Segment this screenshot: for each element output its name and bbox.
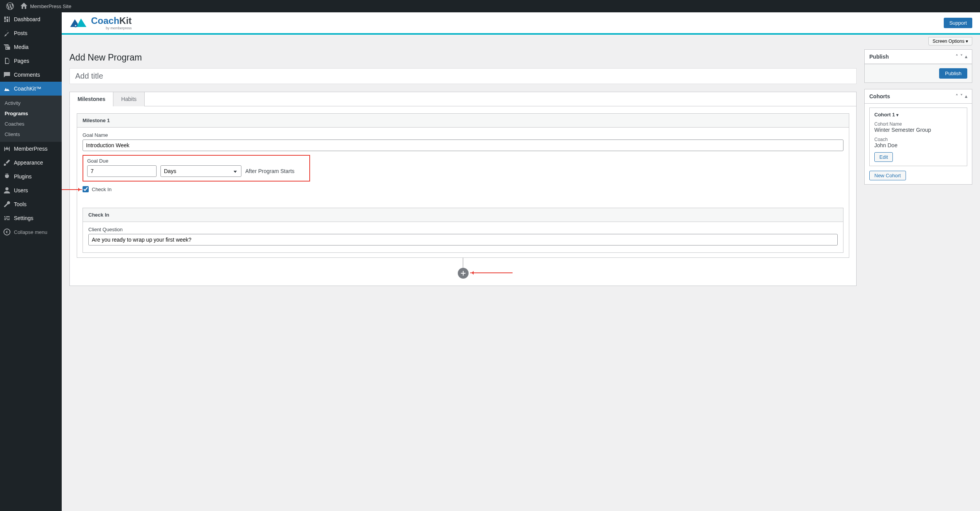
checkin-checkbox[interactable] bbox=[83, 186, 89, 192]
dashboard-icon bbox=[3, 15, 11, 23]
menu-media[interactable]: Media bbox=[0, 40, 62, 54]
metabox-up-icon[interactable]: ˄ bbox=[956, 54, 958, 59]
goal-due-highlight: Goal Due Days After Program Starts bbox=[83, 155, 310, 182]
plugin-topbar: CoachKit by memberpress Support bbox=[62, 12, 980, 35]
admin-sidebar: Dashboard Posts Media Pages Comments Coa… bbox=[0, 12, 62, 511]
page-title: Add New Program bbox=[69, 52, 857, 63]
publish-title: Publish bbox=[869, 54, 889, 60]
coach-value: John Doe bbox=[874, 142, 962, 148]
comment-icon bbox=[3, 71, 11, 79]
mountain-icon bbox=[3, 85, 11, 92]
goal-due-label: Goal Due bbox=[87, 158, 157, 164]
logo-text: CoachKit bbox=[91, 15, 132, 26]
menu-pages[interactable]: Pages bbox=[0, 54, 62, 68]
milestone-header: Milestone 1 bbox=[77, 114, 849, 128]
metabox-down-icon[interactable]: ˅ bbox=[960, 54, 963, 59]
checkin-checkbox-label: Check In bbox=[92, 187, 111, 192]
cohorts-title: Cohorts bbox=[869, 93, 890, 99]
menu-memberpress[interactable]: MemberPress bbox=[0, 142, 62, 156]
sliders-icon bbox=[3, 214, 11, 222]
cohort-card: Cohort 1 Cohort Name Winter Semester Gro… bbox=[869, 108, 967, 166]
coachkit-logo: CoachKit by memberpress bbox=[69, 15, 132, 30]
publish-metabox: Publish ˄ ˅ ▴ Publish bbox=[864, 49, 972, 83]
cohort-card-header[interactable]: Cohort 1 bbox=[874, 112, 962, 118]
site-home-link[interactable]: MemberPress Site bbox=[17, 0, 74, 12]
media-icon bbox=[3, 43, 11, 51]
collapse-icon bbox=[3, 228, 11, 236]
menu-users[interactable]: Users bbox=[0, 183, 62, 197]
menu-plugins[interactable]: Plugins bbox=[0, 170, 62, 183]
metabox-up-icon[interactable]: ˄ bbox=[956, 94, 958, 99]
plug-icon bbox=[3, 173, 11, 180]
menu-coachkit[interactable]: CoachKit™ bbox=[0, 82, 62, 96]
annotation-arrow-right bbox=[470, 272, 513, 273]
collapse-menu[interactable]: Collapse menu bbox=[0, 225, 62, 239]
client-question-label: Client Question bbox=[88, 227, 838, 232]
goal-name-input[interactable] bbox=[83, 140, 843, 151]
menu-comments[interactable]: Comments bbox=[0, 68, 62, 82]
new-cohort-button[interactable]: New Cohort bbox=[869, 171, 906, 180]
menu-settings[interactable]: Settings bbox=[0, 211, 62, 225]
annotation-arrow-left bbox=[62, 189, 82, 190]
submenu-activity[interactable]: Activity bbox=[0, 98, 62, 108]
metabox-down-icon[interactable]: ˅ bbox=[960, 94, 963, 99]
cohort-name-label: Cohort Name bbox=[874, 121, 962, 127]
checkin-card: Check In Client Question bbox=[83, 208, 843, 253]
admin-bar: MemberPress Site bbox=[0, 0, 980, 12]
publish-button[interactable]: Publish bbox=[939, 68, 967, 79]
connector-line bbox=[463, 258, 463, 268]
client-question-input[interactable] bbox=[88, 234, 838, 245]
milestone-card: Milestone 1 Goal Name Goal Due bbox=[77, 113, 849, 258]
home-icon bbox=[20, 2, 28, 10]
support-button[interactable]: Support bbox=[944, 18, 972, 28]
program-title-input[interactable] bbox=[69, 68, 857, 84]
user-icon bbox=[3, 187, 11, 194]
cohort-name-value: Winter Semester Group bbox=[874, 127, 962, 133]
menu-tools[interactable]: Tools bbox=[0, 197, 62, 211]
wp-logo[interactable] bbox=[3, 0, 17, 12]
coach-label: Coach bbox=[874, 137, 962, 142]
logo-mountain-icon bbox=[69, 16, 89, 29]
screen-options-button[interactable]: Screen Options ▾ bbox=[928, 37, 972, 45]
submenu-clients[interactable]: Clients bbox=[0, 129, 62, 140]
content-area: CoachKit by memberpress Support Screen O… bbox=[62, 12, 980, 511]
tab-habits[interactable]: Habits bbox=[113, 92, 145, 106]
checkin-header: Check In bbox=[83, 208, 843, 222]
goal-due-unit-select[interactable]: Days bbox=[160, 165, 241, 177]
add-milestone-button[interactable] bbox=[458, 268, 469, 279]
svg-point-0 bbox=[5, 187, 8, 190]
menu-dashboard[interactable]: Dashboard bbox=[0, 12, 62, 26]
logo-subtext: by memberpress bbox=[91, 26, 132, 30]
submenu-coaches[interactable]: Coaches bbox=[0, 119, 62, 129]
brush-icon bbox=[3, 159, 11, 166]
submenu-programs[interactable]: Programs bbox=[0, 108, 62, 119]
m-icon bbox=[3, 145, 11, 153]
program-tabs-box: Milestones Habits Milestone 1 Goal Name bbox=[69, 92, 857, 286]
plus-icon bbox=[460, 270, 466, 276]
goal-due-after-text: After Program Starts bbox=[245, 168, 295, 177]
goal-due-number-input[interactable] bbox=[87, 165, 157, 177]
wrench-icon bbox=[3, 200, 11, 208]
pages-icon bbox=[3, 57, 11, 65]
edit-cohort-button[interactable]: Edit bbox=[874, 152, 893, 162]
pin-icon bbox=[3, 29, 11, 37]
metabox-toggle-icon[interactable]: ▴ bbox=[965, 54, 967, 59]
goal-name-label: Goal Name bbox=[83, 132, 843, 138]
tab-milestones[interactable]: Milestones bbox=[69, 92, 113, 106]
menu-appearance[interactable]: Appearance bbox=[0, 156, 62, 170]
menu-posts[interactable]: Posts bbox=[0, 26, 62, 40]
site-name: MemberPress Site bbox=[30, 3, 71, 9]
coachkit-submenu: Activity Programs Coaches Clients bbox=[0, 96, 62, 142]
cohorts-metabox: Cohorts ˄ ˅ ▴ Cohort 1 Cohort Name Winte… bbox=[864, 89, 972, 185]
wordpress-icon bbox=[6, 2, 14, 10]
metabox-toggle-icon[interactable]: ▴ bbox=[965, 94, 967, 99]
